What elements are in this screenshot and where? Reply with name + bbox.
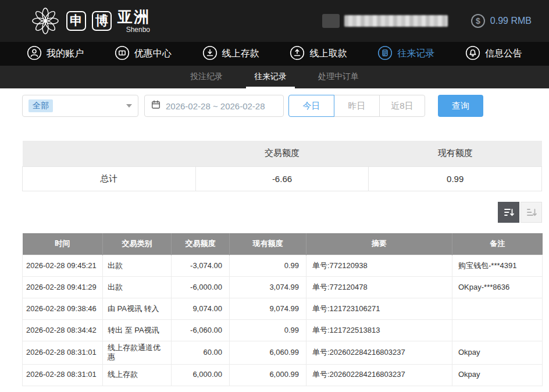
- bell-icon: [465, 45, 480, 63]
- date-range-input[interactable]: 2026-02-28 ~ 2026-02-28: [144, 95, 284, 117]
- summary-header-balance: 现有额度: [369, 141, 542, 166]
- cell-type: 出款: [103, 277, 172, 298]
- nav-label: 信息公告: [485, 48, 522, 60]
- col-header-summary: 摘要: [306, 233, 452, 255]
- summary-header-row: 交易额度 现有额度: [23, 141, 542, 166]
- cell-balance: 3,074.99: [230, 277, 306, 298]
- cell-amount: -3,074.00: [172, 255, 230, 277]
- yesterday-button[interactable]: 昨日: [334, 95, 380, 117]
- table-row: 2026-02-28 08:31:01 线上存款 6,000.00 6,000.…: [23, 364, 543, 386]
- selected-type: 全部: [28, 99, 53, 112]
- withdraw-icon: [290, 45, 305, 63]
- transactions-body: 2026-02-28 09:45:21 出款 -3,074.00 0.99 单号…: [23, 255, 543, 386]
- cell-summary: 单号:121723106271: [306, 298, 452, 320]
- summary-total-label: 总计: [23, 166, 196, 191]
- cell-balance: 0.99: [230, 320, 306, 341]
- nav-label: 往来记录: [397, 48, 434, 60]
- cell-type: 转出 至 PA视讯: [103, 320, 172, 341]
- sort-descending-button[interactable]: [498, 202, 519, 223]
- nav-item-records[interactable]: 往来记录: [377, 45, 434, 63]
- subtab-betting-records[interactable]: 投注纪录: [182, 66, 231, 88]
- table-row: 2026-02-28 09:38:46 由 PA视讯 转入 9,074.00 9…: [23, 298, 543, 320]
- header-right: $ 0.99 RMB: [322, 14, 532, 28]
- summary-header-blank: [23, 141, 196, 166]
- subtab-pending-orders[interactable]: 处理中订单: [310, 66, 367, 88]
- filter-bar: 全部 2026-02-28 ~ 2026-02-28 今日 昨日 近8日 查询: [22, 95, 549, 117]
- cell-amount: -6,060.00: [172, 320, 230, 341]
- cell-amount: -6,000.00: [172, 277, 230, 298]
- logo-latin-text: Shenbo: [126, 26, 150, 33]
- cell-summary: 单号:121722513813: [306, 320, 452, 341]
- date-range-value: 2026-02-28 ~ 2026-02-28: [166, 101, 265, 111]
- logo-wordmark: 亚洲 Shenbo: [117, 9, 150, 33]
- sort-ascending-button[interactable]: [521, 202, 542, 223]
- site-logo: 申 博 亚洲 Shenbo: [30, 6, 150, 36]
- cell-type: 线上存款: [103, 364, 172, 386]
- query-button[interactable]: 查询: [438, 95, 483, 117]
- cell-remark: [452, 298, 543, 320]
- cell-summary: 单号:202602284216803237: [306, 364, 452, 386]
- cell-time: 2026-02-28 09:41:29: [23, 277, 103, 298]
- summary-header-amount: 交易额度: [195, 141, 369, 166]
- summary-total-row: 总计 -6.66 0.99: [23, 166, 542, 191]
- logo-region-text: 亚洲: [117, 9, 150, 24]
- nav-item-promotions[interactable]: 优惠中心: [115, 45, 172, 63]
- dollar-icon: $: [471, 14, 485, 28]
- summary-total-amount: -6.66: [195, 166, 369, 191]
- transactions-header-row: 时间 交易类别 交易额度 现有额度 摘要 备注: [23, 233, 543, 255]
- nav-item-deposit[interactable]: 线上存款: [202, 45, 259, 63]
- nav-item-announcements[interactable]: 信息公告: [465, 45, 522, 63]
- balance-display: $ 0.99 RMB: [471, 14, 532, 28]
- cell-amount: 6,000.00: [172, 364, 230, 386]
- cell-remark: Okpay: [452, 364, 543, 386]
- cell-balance: 0.99: [230, 255, 306, 277]
- cell-time: 2026-02-28 08:31:01: [23, 364, 103, 386]
- user-avatar: [322, 14, 340, 28]
- cell-remark: 购宝钱包-***4391: [452, 255, 543, 277]
- user-account-area: [322, 14, 448, 28]
- nav-label: 线上取款: [309, 48, 347, 60]
- cell-time: 2026-02-28 09:45:21: [23, 255, 103, 277]
- nav-label: 线上存款: [222, 48, 259, 60]
- transactions-table: 时间 交易类别 交易额度 现有额度 摘要 备注 2026-02-28 09:45…: [22, 233, 543, 386]
- cell-balance: 6,000.99: [230, 364, 306, 386]
- nav-item-withdraw[interactable]: 线上取款: [290, 45, 347, 63]
- main-navigation: 我的账户 优惠中心 线上存款 线上取款: [0, 42, 549, 66]
- cell-type: 出款: [103, 255, 172, 277]
- last-8-days-button[interactable]: 近8日: [379, 95, 425, 117]
- cell-time: 2026-02-28 09:38:46: [23, 298, 103, 320]
- nav-item-my-account[interactable]: 我的账户: [27, 45, 84, 63]
- table-row: 2026-02-28 08:31:01 线上存款通道优惠 60.00 6,060…: [23, 341, 543, 365]
- cell-remark: Okpay: [452, 341, 543, 365]
- subtab-transaction-records[interactable]: 往来记录: [246, 66, 295, 88]
- cell-remark: [452, 320, 543, 341]
- summary-total-balance: 0.99: [369, 166, 542, 191]
- lotus-flower-icon: [30, 6, 60, 36]
- page-content: 全部 2026-02-28 ~ 2026-02-28 今日 昨日 近8日 查询 …: [0, 95, 549, 386]
- chevron-down-icon: [126, 104, 132, 108]
- record-subtabs: 投注纪录 往来记录 处理中订单: [0, 66, 549, 88]
- today-button[interactable]: 今日: [288, 95, 334, 117]
- sort-controls: [22, 202, 542, 223]
- table-row: 2026-02-28 08:34:42 转出 至 PA视讯 -6,060.00 …: [23, 320, 543, 341]
- summary-table: 交易额度 现有额度 总计 -6.66 0.99: [22, 141, 542, 191]
- nav-label: 我的账户: [47, 48, 84, 60]
- col-header-balance: 现有额度: [230, 233, 306, 255]
- user-icon: [27, 45, 42, 63]
- transaction-type-select[interactable]: 全部: [22, 95, 138, 117]
- cell-time: 2026-02-28 08:31:01: [23, 341, 103, 365]
- cell-balance: 6,060.99: [230, 341, 306, 365]
- cell-balance: 9,074.99: [230, 298, 306, 320]
- cell-remark: OKpay-***8636: [452, 277, 543, 298]
- deposit-icon: [202, 45, 218, 63]
- censored-username: [344, 15, 448, 27]
- table-row: 2026-02-28 09:45:21 出款 -3,074.00 0.99 单号…: [23, 255, 543, 277]
- records-icon: [377, 45, 393, 63]
- table-row: 2026-02-28 09:41:29 出款 -6,000.00 3,074.9…: [23, 277, 543, 298]
- logo-char-bo: 博: [92, 11, 112, 31]
- col-header-amount: 交易额度: [172, 233, 230, 255]
- col-header-type: 交易类别: [103, 233, 172, 255]
- cell-type: 线上存款通道优惠: [103, 341, 172, 365]
- balance-amount: 0.99 RMB: [490, 16, 532, 26]
- cell-amount: 9,074.00: [172, 298, 230, 320]
